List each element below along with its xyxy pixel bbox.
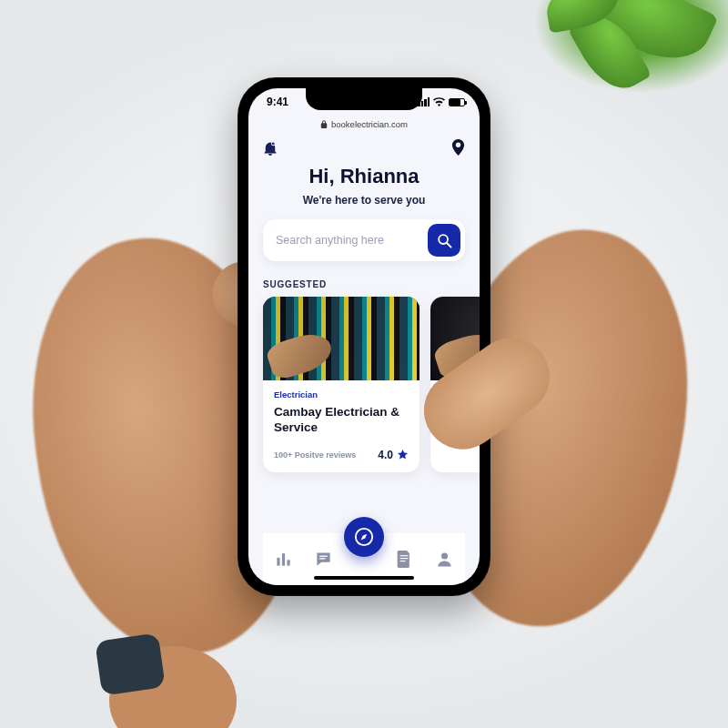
card-category: Electrician bbox=[274, 389, 409, 399]
svg-point-12 bbox=[441, 552, 448, 559]
svg-rect-8 bbox=[319, 558, 325, 559]
greeting-title: Hi, Rhianna bbox=[263, 165, 465, 188]
phone-notch bbox=[306, 88, 422, 110]
browser-url-bar[interactable]: bookelectrician.com bbox=[248, 116, 480, 132]
wifi-icon bbox=[433, 97, 445, 106]
suggested-heading: SUGGESTED bbox=[263, 279, 465, 289]
nav-chat[interactable] bbox=[310, 551, 338, 568]
svg-rect-9 bbox=[400, 555, 409, 556]
nav-news[interactable] bbox=[390, 551, 418, 568]
chat-icon bbox=[315, 551, 332, 568]
person-icon bbox=[436, 551, 453, 568]
card-reviews: 100+ Positve reviews bbox=[274, 450, 356, 460]
service-card[interactable]: Electrician Cambay Electrician & Service… bbox=[263, 297, 420, 472]
svg-rect-4 bbox=[277, 558, 279, 566]
svg-rect-7 bbox=[319, 556, 328, 557]
search-box[interactable] bbox=[263, 219, 465, 261]
document-icon bbox=[396, 551, 412, 568]
card-image bbox=[263, 297, 420, 380]
smartwatch bbox=[95, 632, 166, 695]
phone-frame: 9:41 bookelectrician.com bbox=[238, 77, 490, 596]
svg-rect-10 bbox=[400, 558, 409, 559]
greeting-subtitle: We're here to serve you bbox=[263, 194, 465, 207]
search-icon bbox=[437, 233, 452, 248]
svg-line-3 bbox=[446, 242, 450, 247]
bar-chart-icon bbox=[275, 551, 292, 568]
search-input[interactable] bbox=[276, 234, 428, 247]
lock-icon bbox=[320, 120, 328, 128]
compass-icon bbox=[354, 527, 374, 547]
battery-icon bbox=[449, 98, 465, 106]
home-indicator bbox=[314, 576, 414, 580]
nav-explore-fab[interactable] bbox=[344, 517, 384, 557]
notifications-icon[interactable] bbox=[263, 140, 278, 156]
star-icon bbox=[397, 449, 409, 460]
nav-profile[interactable] bbox=[431, 551, 459, 568]
status-time: 9:41 bbox=[267, 96, 288, 108]
card-rating: 4.0 bbox=[378, 449, 409, 461]
bottom-nav bbox=[263, 532, 465, 585]
svg-rect-5 bbox=[282, 553, 285, 565]
card-title: Cambay Electrician & Service bbox=[274, 405, 409, 436]
browser-url-text: bookelectrician.com bbox=[331, 119, 408, 129]
location-pin-icon[interactable] bbox=[451, 139, 465, 156]
search-button[interactable] bbox=[428, 224, 460, 257]
svg-rect-6 bbox=[287, 560, 289, 565]
svg-rect-11 bbox=[400, 561, 406, 561]
phone-screen: 9:41 bookelectrician.com bbox=[248, 88, 480, 585]
nav-stats[interactable] bbox=[269, 551, 297, 568]
svg-point-1 bbox=[272, 142, 275, 145]
